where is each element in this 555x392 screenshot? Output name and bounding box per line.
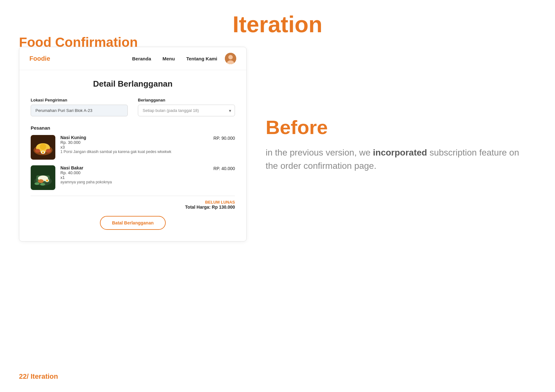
before-title: Before	[266, 116, 530, 138]
svg-point-8	[46, 149, 51, 153]
page-title-section: Iteration	[0, 0, 555, 37]
item-1-note: 1 Porsi Jangan dikasih sambal ya karena …	[60, 150, 208, 154]
app-logo: Foodie	[29, 55, 50, 62]
main-layout: Foodie Beranda Menu Tentang Kami Detail …	[0, 47, 555, 242]
item-1-name: Nasi Kuning	[60, 135, 208, 140]
item-2-price: Rp. 40.000	[60, 170, 208, 175]
item-1-price: Rp. 30.000	[60, 140, 208, 145]
item-1-qty: x3	[60, 145, 208, 150]
subscription-select-wrapper: Setiap bulan (pada tanggal 18)	[138, 105, 235, 116]
delivery-group: Lokasi Pengiriman	[31, 98, 128, 116]
total-harga: Total Harga: Rp 130.000	[31, 205, 235, 210]
pesanan-label: Pesanan	[31, 125, 235, 131]
section-label: Food Confirmation	[19, 35, 138, 50]
svg-point-7	[35, 149, 40, 153]
delivery-label: Lokasi Pengiriman	[31, 98, 128, 102]
order-item-2-details: Nasi Bakar Rp. 40.000 x1 ayamnya yang pa…	[60, 165, 208, 184]
subscription-group: Berlangganan Setiap bulan (pada tanggal …	[138, 98, 235, 116]
food-image-nasi-bakar	[31, 165, 55, 190]
right-panel: Before in the previous version, we incor…	[259, 47, 536, 242]
item-1-total: RP. 90.000	[213, 135, 235, 141]
subscription-select[interactable]: Setiap bulan (pada tanggal 18)	[138, 105, 235, 116]
item-2-note: ayamnya yang paha pokoknya	[60, 180, 208, 184]
svg-point-17	[46, 180, 48, 181]
nasi-bakar-image	[31, 165, 55, 190]
app-heading: Detail Berlangganan	[31, 79, 235, 89]
avatar	[225, 53, 236, 64]
divider	[31, 196, 235, 196]
app-mockup: Foodie Beranda Menu Tentang Kami Detail …	[19, 47, 247, 242]
app-navbar: Foodie Beranda Menu Tentang Kami	[19, 47, 246, 70]
svg-point-18	[34, 182, 40, 185]
order-item-1-details: Nasi Kuning Rp. 30.000 x3 1 Porsi Jangan…	[60, 135, 208, 154]
item-2-qty: x1	[60, 175, 208, 180]
order-item-2: Nasi Bakar Rp. 40.000 x1 ayamnya yang pa…	[31, 165, 235, 190]
item-2-name: Nasi Bakar	[60, 165, 208, 170]
food-image-nasi-kuning	[31, 135, 55, 160]
order-item-1: Nasi Kuning Rp. 30.000 x3 1 Porsi Jangan…	[31, 135, 235, 160]
payment-status: BELUM LUNAS	[31, 200, 235, 205]
nav-tentang-kami[interactable]: Tentang Kami	[186, 56, 217, 61]
page-footer: 22/ Iteration	[19, 372, 58, 381]
before-text-bold: incorporated	[373, 148, 427, 157]
item-2-total: RP. 40.000	[213, 165, 235, 171]
svg-point-1	[228, 55, 233, 59]
before-text-before: in the previous version, we	[266, 148, 371, 157]
cancel-subscription-button[interactable]: Batal Berlangganan	[100, 216, 165, 230]
nav-beranda[interactable]: Beranda	[132, 56, 151, 61]
nav-menu[interactable]: Menu	[163, 56, 175, 61]
order-summary: BELUM LUNAS Total Harga: Rp 130.000	[31, 200, 235, 210]
app-content: Detail Berlangganan Lokasi Pengiriman Be…	[19, 70, 246, 241]
svg-point-15	[38, 179, 44, 183]
nasi-kuning-image	[31, 135, 55, 160]
before-description: in the previous version, we incorporated…	[266, 146, 530, 173]
svg-point-19	[40, 183, 45, 186]
delivery-input[interactable]	[31, 105, 128, 116]
svg-point-6	[40, 144, 46, 150]
main-title: Iteration	[0, 11, 555, 37]
subscription-label: Berlangganan	[138, 98, 235, 102]
form-row: Lokasi Pengiriman Berlangganan Setiap bu…	[31, 98, 235, 116]
app-nav-links: Beranda Menu Tentang Kami	[132, 56, 217, 61]
svg-point-10	[42, 151, 44, 153]
